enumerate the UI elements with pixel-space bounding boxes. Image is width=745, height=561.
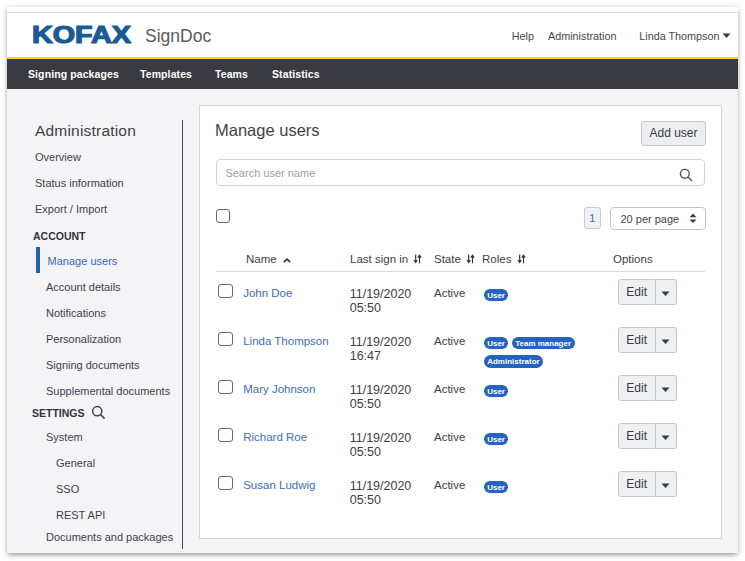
svg-text:KOFAX: KOFAX bbox=[32, 22, 132, 48]
